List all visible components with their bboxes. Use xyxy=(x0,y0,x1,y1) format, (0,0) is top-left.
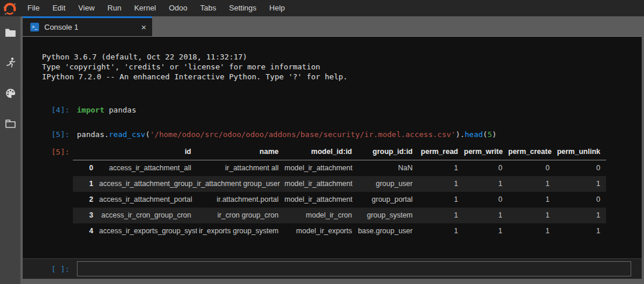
menu-item-edit[interactable]: Edit xyxy=(46,0,72,16)
table-cell: group_portal xyxy=(358,192,418,208)
table-cell: 1 xyxy=(418,223,464,239)
table-cell: 0 xyxy=(555,160,606,177)
menu-item-odoo[interactable]: Odoo xyxy=(163,0,194,16)
table-cell: access_ir_exports_group_system xyxy=(99,223,197,239)
row-index: 0 xyxy=(73,160,99,177)
table-cell: 1 xyxy=(464,223,508,239)
palette-icon xyxy=(4,87,17,100)
table-cell: 0 xyxy=(464,192,508,208)
table-cell: NaN xyxy=(358,160,418,177)
tab-console-1[interactable]: >_ Console 1 × xyxy=(23,16,152,36)
code-cell: [5]:pandas.read_csv('/home/odoo/src/odoo… xyxy=(23,129,642,139)
menu-items: FileEditViewRunKernelOdooTabsSettingsHel… xyxy=(21,0,291,16)
table-cell: group_user xyxy=(358,176,418,192)
input-prompt: [4]: xyxy=(51,105,77,115)
menu-bar: FileEditViewRunKernelOdooTabsSettingsHel… xyxy=(0,0,644,16)
column-header: model_id:id xyxy=(284,144,358,160)
table-row: 3access_ir_cron_group_cronir_cron group_… xyxy=(73,208,606,223)
table-cell: ir_attachment group_user xyxy=(197,176,284,192)
column-header: group_id:id xyxy=(358,144,418,160)
column-header xyxy=(73,144,99,160)
tabs-icon xyxy=(4,117,17,130)
table-cell: model_ir_cron xyxy=(284,208,358,223)
code-input[interactable] xyxy=(77,261,631,276)
table-cell: ir_attachment all xyxy=(197,160,284,177)
table-cell: access_ir_attachment_portal xyxy=(99,192,197,208)
odoo-sh-logo-icon xyxy=(3,2,17,16)
close-icon[interactable]: × xyxy=(141,23,146,31)
sidebar-item-running-sessions[interactable] xyxy=(0,48,20,78)
table-row: 2access_ir_attachment_portalir.attachmen… xyxy=(73,192,606,208)
input-prompt: [5]: xyxy=(51,129,77,139)
table-cell: access_ir_attachment_group_user xyxy=(99,176,197,192)
main-area: >_ Console 1 × Python 3.6.7 (default, Oc… xyxy=(20,16,644,284)
table-cell: 1 xyxy=(464,176,508,192)
table-cell: 1 xyxy=(555,208,606,223)
table-cell: base.group_user xyxy=(358,223,418,239)
table-cell: model_ir_attachment xyxy=(284,192,358,208)
row-index: 3 xyxy=(73,208,99,223)
menu-item-view[interactable]: View xyxy=(72,0,101,16)
table-cell: 1 xyxy=(508,208,555,223)
column-header: id xyxy=(99,144,197,160)
table-cell: 1 xyxy=(418,176,464,192)
column-header: name xyxy=(197,144,284,160)
banner-line: Python 3.6.7 (default, Oct 22 2018, 11:3… xyxy=(42,52,642,62)
console-panel: Python 3.6.7 (default, Oct 22 2018, 11:3… xyxy=(23,36,642,279)
code-line: import pandas xyxy=(77,105,136,115)
console-icon: >_ xyxy=(30,23,39,31)
table-row: 1access_ir_attachment_group_userir_attac… xyxy=(73,176,606,192)
row-index: 1 xyxy=(73,176,99,192)
ipython-banner: Python 3.6.7 (default, Oct 22 2018, 11:3… xyxy=(23,52,642,82)
running-man-icon xyxy=(4,57,17,69)
table-cell: 1 xyxy=(555,223,606,239)
code-cell: [4]:import pandas xyxy=(23,105,642,115)
output-cell-5: [5]: idnamemodel_id:idgroup_id:idperm_re… xyxy=(23,144,642,239)
table-cell: group_system xyxy=(358,208,418,223)
table-cell: 0 xyxy=(555,192,606,208)
table-header-row: idnamemodel_id:idgroup_id:idperm_readper… xyxy=(73,144,606,160)
menu-item-help[interactable]: Help xyxy=(263,0,291,16)
tab-bar: >_ Console 1 × xyxy=(23,16,642,36)
table-cell: ir_cron group_cron xyxy=(197,208,284,223)
left-sidebar xyxy=(0,16,20,284)
tab-label: Console 1 xyxy=(44,23,79,31)
column-header: perm_read xyxy=(418,144,464,160)
menu-item-tabs[interactable]: Tabs xyxy=(194,0,223,16)
df-table: idnamemodel_id:idgroup_id:idperm_readper… xyxy=(73,144,606,239)
table-row: 4access_ir_exports_group_systemir_export… xyxy=(73,223,606,239)
menu-item-run[interactable]: Run xyxy=(101,0,128,16)
banner-line: Type 'copyright', 'credits' or 'license'… xyxy=(42,62,642,72)
table-cell: ir_exports group_system xyxy=(197,223,284,239)
table-cell: 1 xyxy=(508,223,555,239)
column-header: perm_create xyxy=(508,144,555,160)
table-row: 0access_ir_attachment_allir_attachment a… xyxy=(73,160,606,177)
column-header: perm_write xyxy=(464,144,508,160)
row-index: 2 xyxy=(73,192,99,208)
table-cell: access_ir_cron_group_cron xyxy=(99,208,197,223)
table-cell: 1 xyxy=(508,192,555,208)
table-cell: access_ir_attachment_all xyxy=(99,160,197,177)
menu-item-kernel[interactable]: Kernel xyxy=(128,0,163,16)
empty-input-prompt: [ ]: xyxy=(51,265,77,274)
menu-item-file[interactable]: File xyxy=(21,0,46,16)
code-line: pandas.read_csv('/home/odoo/src/odoo/odo… xyxy=(77,129,497,139)
table-cell: 1 xyxy=(418,192,464,208)
sidebar-item-open-tabs[interactable] xyxy=(0,108,20,139)
table-cell: model_ir_exports xyxy=(284,223,358,239)
row-index: 4 xyxy=(73,223,99,239)
menu-item-settings[interactable]: Settings xyxy=(223,0,263,16)
table-cell: 1 xyxy=(555,176,606,192)
table-cell: 1 xyxy=(418,208,464,223)
console-input-area: [ ]: xyxy=(23,258,642,279)
sidebar-item-commands[interactable] xyxy=(0,78,20,108)
table-cell: 0 xyxy=(464,160,508,177)
table-cell: 1 xyxy=(418,160,464,177)
cells: [4]:import pandas[5]:pandas.read_csv('/h… xyxy=(23,105,642,139)
sidebar-item-files[interactable] xyxy=(0,17,20,48)
table-cell: 1 xyxy=(508,176,555,192)
banner-line: IPython 7.2.0 -- An enhanced Interactive… xyxy=(42,72,642,82)
output-prompt: [5]: xyxy=(51,144,73,239)
table-cell: 0 xyxy=(508,160,555,177)
column-header: perm_unlink xyxy=(555,144,606,160)
